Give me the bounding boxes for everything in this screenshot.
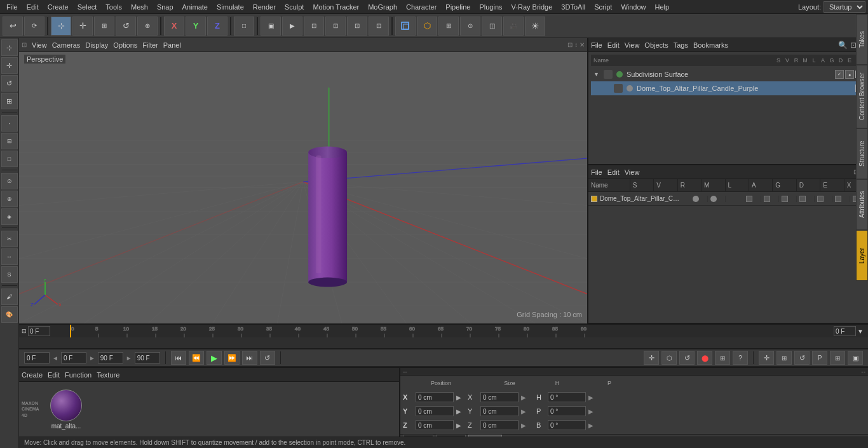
x-axis-button[interactable]: X [164, 17, 184, 36]
menu-pipeline[interactable]: Pipeline [442, 2, 474, 12]
lt-poly-btn[interactable]: □ [1, 151, 18, 167]
viewport-icon-2[interactable]: ▶ [282, 17, 302, 36]
redo-button[interactable]: ⟳ [24, 17, 44, 36]
viewport-icon-6[interactable]: ⊡ [369, 17, 389, 36]
pb-move-icon[interactable]: ✛ [644, 351, 659, 365]
vt-cameras[interactable]: Cameras [52, 41, 81, 49]
obj-vis-icon[interactable]: ● [845, 70, 854, 79]
menu-edit[interactable]: Edit [23, 2, 43, 12]
cube-morph-button[interactable]: ⊙ [460, 17, 480, 36]
select-tool-button[interactable]: ⊹ [51, 17, 71, 36]
menu-select[interactable]: Select [74, 2, 101, 12]
menu-animate[interactable]: Animate [179, 2, 212, 12]
lt-points-btn[interactable]: · [1, 115, 18, 132]
menu-simulate[interactable]: Simulate [213, 2, 248, 12]
viewport-canvas[interactable]: X Y Z Perspective Grid Spacing : 10 cm [19, 52, 587, 323]
pb-start-input[interactable] [24, 352, 50, 363]
coord-h-rot[interactable] [548, 392, 586, 402]
menu-script[interactable]: Script [590, 2, 616, 12]
pb-record-icon[interactable]: ⬤ [697, 351, 712, 365]
vt-display[interactable]: Display [85, 41, 108, 49]
viewport-icon-1[interactable]: ▣ [261, 17, 281, 36]
r-tab-takes[interactable]: Takes [856, 14, 868, 65]
vt-view[interactable]: View [32, 41, 47, 49]
lt-knife-btn[interactable]: ✂ [1, 231, 18, 247]
mat-edit-menu[interactable]: Edit [48, 371, 60, 379]
coord-p-rot[interactable] [548, 406, 586, 416]
viewport[interactable]: ⊡ View Cameras Display Options Filter Pa… [19, 38, 588, 323]
move-tool-button[interactable]: ✛ [72, 17, 93, 36]
menu-mograph[interactable]: MoGraph [364, 2, 401, 12]
viewport-icon-5[interactable]: ⊡ [347, 17, 367, 36]
vt-panel[interactable]: Panel [163, 41, 181, 49]
z-axis-button[interactable]: Z [207, 17, 227, 36]
attr-val-v[interactable] [708, 196, 726, 202]
pb-next-btn[interactable]: ⏩ [224, 351, 240, 365]
menu-create[interactable]: Create [44, 2, 72, 12]
coord-z-size[interactable] [480, 420, 519, 430]
cube-wire-button[interactable]: ⊞ [438, 17, 459, 36]
scale-tool-button[interactable]: ⊞ [94, 17, 114, 36]
lt-sculpt-btn[interactable]: 🖌 [1, 288, 18, 305]
pb-end-input-1[interactable] [98, 352, 123, 363]
camera2-button[interactable]: 🎥 [503, 17, 524, 36]
attr-val-s[interactable] [690, 196, 708, 202]
coord-b-rot[interactable] [548, 420, 586, 430]
menu-vray[interactable]: V-Ray Bridge [508, 2, 557, 12]
attr-view-menu[interactable]: View [625, 168, 640, 176]
menu-snap[interactable]: Snap [153, 2, 177, 12]
viewport-icon-3[interactable]: ⊡ [304, 17, 324, 36]
menu-plugins[interactable]: Plugins [475, 2, 506, 12]
pb-key-icon[interactable]: ⬡ [661, 351, 677, 365]
menu-render[interactable]: Render [249, 2, 280, 12]
undo-button[interactable]: ↩ [3, 17, 23, 36]
light-button[interactable]: ☀ [525, 17, 545, 36]
mat-ball-preview[interactable] [50, 390, 82, 421]
menu-mesh[interactable]: Mesh [127, 2, 152, 12]
lt-magnet-btn[interactable]: S [1, 266, 18, 283]
pb-go-end-btn[interactable]: ⏭ [242, 351, 257, 365]
pb-rot-btn[interactable]: ↺ [794, 351, 810, 365]
menu-motion-tracker[interactable]: Motion Tracker [309, 2, 363, 12]
lt-select-btn[interactable]: ⊹ [1, 39, 18, 56]
obj-bookmarks-menu[interactable]: Bookmarks [693, 41, 728, 49]
mat-create-menu[interactable]: Create [22, 371, 43, 379]
attr-row-candle[interactable]: Dome_Top_Altar_Pillar_Candle_Purple [588, 192, 868, 206]
lt-loop-btn[interactable]: ↔ [1, 248, 18, 265]
pb-film-btn[interactable]: ▣ [848, 351, 863, 365]
menu-3dtoall[interactable]: 3DToAll [557, 2, 589, 12]
obj-row-subdivision[interactable]: ▼ Subdivision Surface ✓ ● [591, 67, 865, 81]
obj-view-menu[interactable]: View [625, 41, 640, 49]
obj-row-candle[interactable]: Dome_Top_Altar_Pillar_Candle_Purple [591, 81, 865, 95]
coord-x-pos[interactable] [416, 392, 454, 402]
lt-extrude-btn[interactable]: ⊕ [1, 191, 18, 207]
r-tab-structure[interactable]: Structure [856, 128, 868, 179]
camera-button[interactable]: ◫ [482, 17, 502, 36]
attr-file-menu[interactable]: File [591, 168, 602, 176]
pb-question-icon[interactable]: ? [733, 351, 748, 365]
pb-loop-btn[interactable]: ↺ [260, 351, 275, 365]
lt-scale-btn[interactable]: ⊞ [1, 93, 18, 109]
pb-play-btn[interactable]: ▶ [207, 351, 222, 365]
pb-auto-icon[interactable]: ↺ [679, 351, 695, 365]
r-tab-attributes[interactable]: Attributes [856, 179, 868, 230]
pb-move-btn-2[interactable]: ✛ [759, 351, 774, 365]
coord-x-size[interactable] [480, 392, 519, 402]
lt-bevel-btn[interactable]: ◈ [1, 208, 18, 225]
coord-y-pos[interactable] [416, 406, 454, 416]
mat-item-1[interactable]: mat_alta... [46, 390, 86, 430]
lt-move-btn[interactable]: ✛ [1, 57, 18, 74]
cube-paint-button[interactable]: ⬡ [417, 17, 437, 36]
pb-grid-icon[interactable]: ⊞ [715, 351, 730, 365]
obj-objects-menu[interactable]: Objects [644, 41, 668, 49]
pb-morph-btn[interactable]: P [812, 351, 827, 365]
coord-y-size[interactable] [480, 406, 519, 416]
vt-filter[interactable]: Filter [142, 41, 158, 49]
lt-edges-btn[interactable]: ⊟ [1, 133, 18, 149]
pb-go-start-btn[interactable]: ⏮ [171, 351, 186, 365]
menu-sculpt[interactable]: Sculpt [281, 2, 308, 12]
rotate-tool-button[interactable]: ↺ [116, 17, 136, 36]
transform-tool-button[interactable]: ⊕ [137, 17, 158, 36]
obj-search-icon[interactable]: 🔍 [838, 41, 848, 50]
timeline-frame-input[interactable] [28, 326, 50, 336]
